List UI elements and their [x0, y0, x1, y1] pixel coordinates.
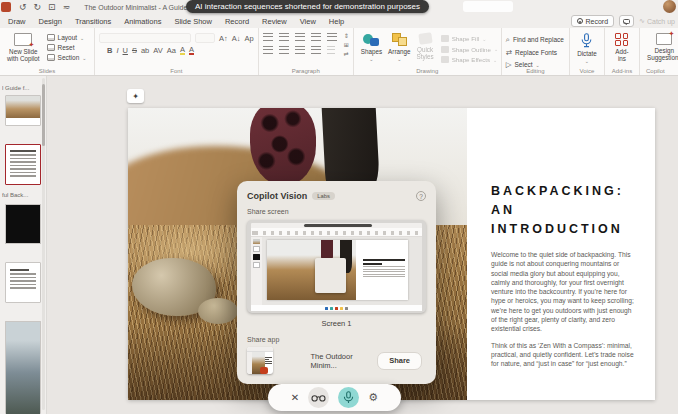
slide-heading-line-2: AN	[491, 201, 635, 220]
tab-transitions[interactable]: Transitions	[75, 17, 111, 26]
slide-thumbnail-4[interactable]	[5, 262, 41, 303]
tab-view[interactable]: View	[300, 17, 316, 26]
font-color-icon[interactable]: A	[189, 46, 194, 55]
shape-effects-button[interactable]: Shape Effects⌄	[441, 56, 498, 63]
justify-icon[interactable]	[311, 46, 321, 54]
align-text-icon[interactable]: ⊞	[344, 42, 349, 48]
avatar[interactable]	[663, 0, 676, 13]
share-app-label: Share app	[247, 336, 426, 343]
slide-thumbnail-3[interactable]	[5, 204, 41, 244]
shape-outline-button[interactable]: Shape Outline⌄	[441, 46, 498, 53]
align-right-icon[interactable]	[295, 46, 305, 54]
reset-button[interactable]: Reset	[47, 44, 87, 51]
ribbon: ✦ New Slide with Copilot Layout⌄ Reset S…	[0, 28, 678, 76]
align-center-icon[interactable]	[279, 46, 289, 54]
photo-rock-small	[198, 298, 238, 324]
reset-icon	[47, 44, 55, 51]
new-slide-copilot-icon: ✦	[14, 33, 32, 46]
vision-glasses-button[interactable]	[308, 387, 329, 408]
add-ins-button[interactable]: Add-ins	[609, 31, 635, 64]
mini-ribbon	[251, 228, 422, 237]
replace-fonts-button[interactable]: ⇄ Replace Fonts	[506, 48, 564, 57]
grow-font-icon[interactable]: A↑	[219, 34, 228, 43]
font-size-combo[interactable]	[195, 33, 215, 43]
comments-button[interactable]	[619, 15, 634, 27]
strikethrough-icon[interactable]: S	[132, 46, 137, 55]
share-button[interactable]: Share	[377, 352, 422, 370]
line-spacing-icon[interactable]	[327, 33, 337, 41]
search-box[interactable]	[463, 1, 513, 12]
tab-review[interactable]: Review	[262, 17, 287, 26]
font-name-combo[interactable]	[99, 33, 191, 43]
shape-fill-button[interactable]: Shape Fill⌄	[441, 35, 498, 42]
character-spacing-icon[interactable]: AV	[153, 46, 162, 55]
bullets-icon[interactable]	[263, 33, 273, 41]
tab-animations[interactable]: Animations	[124, 17, 161, 26]
tab-help[interactable]: Help	[329, 17, 344, 26]
catch-up-icon: ∿	[639, 17, 645, 25]
slide-paragraph-2: Think of this as ‘Zen With a Compass’: m…	[491, 341, 635, 369]
shape-effects-icon	[441, 56, 449, 63]
slide-thumbnail-2-selected[interactable]	[5, 144, 41, 185]
help-icon[interactable]: ?	[416, 191, 426, 201]
close-icon[interactable]: ✕	[291, 392, 299, 403]
slide-thumbnail-5[interactable]	[5, 321, 41, 414]
sidebar-scrollbar-thumb[interactable]	[42, 84, 45, 146]
highlight-color-icon[interactable]: A	[180, 46, 185, 55]
text-direction-icon[interactable]: ⇕	[344, 33, 349, 39]
slide-thumbnail-1[interactable]	[5, 95, 41, 126]
columns-icon[interactable]	[327, 46, 335, 54]
tab-record[interactable]: Record	[225, 17, 249, 26]
find-and-replace-button[interactable]: ⌕ Find and Replace	[506, 35, 564, 44]
section-button[interactable]: Section⌄	[47, 54, 87, 61]
align-left-icon[interactable]	[263, 46, 273, 54]
shrink-font-icon[interactable]: A↓	[232, 34, 241, 43]
microphone-icon	[343, 391, 354, 404]
catch-up-button[interactable]: ∿ Catch up	[639, 17, 675, 25]
tab-draw[interactable]: Draw	[8, 17, 26, 26]
arrange-button[interactable]: Arrange ⌄	[385, 31, 413, 63]
shape-fill-icon	[441, 35, 449, 42]
dictate-button[interactable]: Dictate ⌄	[574, 31, 600, 65]
section-icon	[47, 54, 55, 61]
add-ins-grid-icon	[615, 33, 628, 46]
qat-more-icon[interactable]: ≂	[63, 2, 71, 12]
section-title-2[interactable]: ful Back...	[2, 192, 44, 198]
app-share-tile[interactable]	[247, 347, 273, 374]
present-icon[interactable]: ⊡	[48, 2, 56, 12]
new-slide-with-copilot-button[interactable]: ✦ New Slide with Copilot	[4, 31, 43, 64]
tab-slide-show[interactable]: Slide Show	[174, 17, 212, 26]
slide-text-column[interactable]: BACKPACKING: AN INTRODUCTION Welcome to …	[467, 108, 655, 400]
undo-icon[interactable]: ↺	[19, 2, 27, 12]
microphone-button[interactable]	[338, 387, 359, 408]
quick-styles-button[interactable]: Quick Styles	[414, 31, 437, 62]
increase-indent-icon[interactable]	[311, 33, 321, 41]
gear-icon[interactable]: ⚙	[368, 391, 378, 404]
screen-share-tile[interactable]	[247, 220, 426, 313]
record-dot-icon	[577, 18, 583, 24]
slide-heading-line-1: BACKPACKING:	[491, 182, 635, 201]
section-title-1[interactable]: l Guide f...	[2, 85, 44, 91]
ribbon-tabs: Draw Design Transitions Animations Slide…	[0, 14, 678, 28]
underline-icon[interactable]: U	[123, 46, 128, 55]
decrease-indent-icon[interactable]	[295, 33, 305, 41]
change-case-icon[interactable]: Aa	[167, 46, 176, 55]
text-shadow-icon[interactable]: ab	[141, 46, 149, 55]
shapes-button[interactable]: Shapes ⌄	[358, 31, 385, 63]
slide-copilot-button[interactable]: ✦	[127, 89, 144, 103]
numbering-icon[interactable]	[279, 33, 289, 41]
tab-design[interactable]: Design	[39, 17, 62, 26]
smartart-icon[interactable]: ⇄	[344, 51, 349, 57]
record-button[interactable]: Record	[571, 15, 615, 27]
shape-outline-icon	[441, 46, 449, 53]
redo-icon[interactable]: ↻	[34, 2, 42, 12]
italic-icon[interactable]: I	[116, 46, 118, 55]
dictate-mic-icon	[581, 33, 592, 48]
design-suggestions-button[interactable]: ✦ Design Suggestions	[644, 31, 678, 63]
bold-icon[interactable]: B	[107, 46, 112, 55]
mini-slide	[267, 240, 408, 300]
layout-button[interactable]: Layout⌄	[47, 34, 87, 41]
clear-formatting-icon[interactable]: Ap	[245, 34, 254, 43]
ribbon-group-drawing: Shapes ⌄ Arrange ⌄ Quick Styles Shape Fi…	[354, 28, 502, 75]
slide-heading-line-3: INTRODUCTION	[491, 220, 635, 239]
